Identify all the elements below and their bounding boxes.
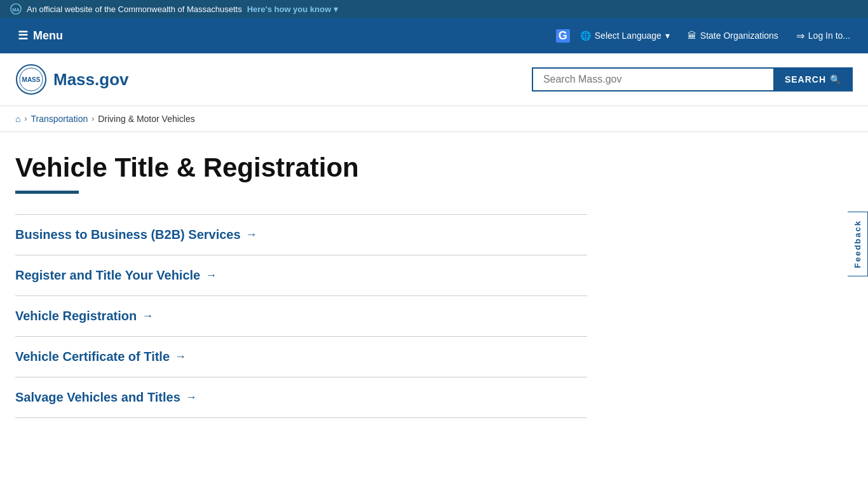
breadcrumb: ⌂ › Transportation › Driving & Motor Veh… — [0, 106, 868, 132]
mass-seal-icon: MASS — [15, 64, 47, 95]
login-button[interactable]: ⇒ Log In to... — [789, 25, 858, 47]
vehicle-registration-arrow-icon: → — [142, 309, 153, 323]
search-area: SEARCH 🔍 — [532, 67, 853, 92]
nav-right: G 🌐 Select Language ▾ 🏛 State Organizati… — [556, 25, 858, 47]
vehicle-cert-title-arrow-icon: → — [175, 350, 186, 363]
breadcrumb-transportation-label: Transportation — [31, 114, 88, 124]
search-input[interactable] — [532, 67, 773, 92]
salvage-vehicles-arrow-icon: → — [186, 391, 197, 404]
state-orgs-button[interactable]: 🏛 State Organizations — [680, 25, 786, 46]
logo-text: Mass.gov — [53, 70, 129, 90]
how-you-know-link[interactable]: Here's how you know ▾ — [247, 4, 338, 14]
salvage-vehicles-link[interactable]: Salvage Vehicles and Titles → — [15, 390, 587, 405]
language-chevron: ▾ — [665, 30, 670, 41]
gov-bar: MA An official website of the Commonweal… — [0, 0, 868, 18]
menu-button[interactable]: ☰ Menu — [10, 24, 71, 48]
svg-text:MA: MA — [12, 7, 19, 13]
site-logo-link[interactable]: MASS Mass.gov — [15, 64, 129, 95]
ma-seal-icon: MA — [10, 3, 22, 15]
google-translate-icon: G — [556, 29, 570, 43]
list-item: Salvage Vehicles and Titles → — [15, 377, 587, 418]
b2b-services-label: Business to Business (B2B) Services — [15, 227, 241, 242]
site-header: MASS Mass.gov SEARCH 🔍 — [0, 53, 868, 106]
home-icon: ⌂ — [15, 114, 20, 124]
b2b-arrow-icon: → — [246, 228, 257, 241]
list-item: Business to Business (B2B) Services → — [15, 214, 587, 255]
list-item: Register and Title Your Vehicle → — [15, 255, 587, 295]
select-language-button[interactable]: 🌐 Select Language ▾ — [573, 25, 677, 46]
breadcrumb-home-link[interactable]: ⌂ — [15, 114, 20, 124]
register-title-link[interactable]: Register and Title Your Vehicle → — [15, 268, 587, 283]
salvage-vehicles-label: Salvage Vehicles and Titles — [15, 390, 180, 405]
main-content: Vehicle Title & Registration Business to… — [15, 132, 587, 438]
breadcrumb-transportation-link[interactable]: Transportation — [31, 114, 88, 124]
list-item: Vehicle Registration → — [15, 295, 587, 336]
breadcrumb-sep-1: › — [24, 114, 27, 123]
search-button[interactable]: SEARCH 🔍 — [773, 67, 853, 92]
building-icon: 🏛 — [688, 30, 696, 41]
search-label: SEARCH — [785, 74, 826, 85]
page-title: Vehicle Title & Registration — [15, 152, 587, 183]
list-item: Vehicle Certificate of Title → — [15, 336, 587, 377]
b2b-services-link[interactable]: Business to Business (B2B) Services → — [15, 227, 587, 242]
topic-link-list: Business to Business (B2B) Services → Re… — [15, 214, 587, 418]
official-text: An official website of the Commonwealth … — [27, 4, 242, 14]
title-underline — [15, 191, 79, 194]
feedback-label: Feedback — [853, 220, 862, 268]
menu-label: Menu — [33, 29, 63, 43]
hamburger-icon: ☰ — [18, 29, 28, 43]
vehicle-cert-title-label: Vehicle Certificate of Title — [15, 349, 170, 364]
search-icon: 🔍 — [830, 74, 841, 85]
login-icon: ⇒ — [796, 30, 804, 42]
main-nav: ☰ Menu G 🌐 Select Language ▾ 🏛 State Org… — [0, 18, 868, 53]
feedback-wrapper: Feedback — [848, 212, 868, 276]
vehicle-cert-title-link[interactable]: Vehicle Certificate of Title → — [15, 349, 587, 364]
globe-icon: 🌐 — [580, 30, 591, 41]
how-you-know-chevron: ▾ — [334, 4, 338, 14]
register-title-arrow-icon: → — [205, 269, 217, 282]
breadcrumb-current: Driving & Motor Vehicles — [98, 114, 195, 124]
vehicle-registration-link[interactable]: Vehicle Registration → — [15, 309, 587, 323]
breadcrumb-sep-2: › — [92, 114, 94, 123]
login-label: Log In to... — [808, 30, 850, 41]
feedback-button[interactable]: Feedback — [848, 212, 868, 276]
how-you-know-label: Here's how you know — [247, 4, 331, 14]
select-language-label: Select Language — [595, 30, 661, 41]
register-title-label: Register and Title Your Vehicle — [15, 268, 200, 283]
svg-text:MASS: MASS — [22, 76, 41, 83]
vehicle-registration-label: Vehicle Registration — [15, 309, 137, 323]
state-orgs-label: State Organizations — [700, 30, 778, 41]
